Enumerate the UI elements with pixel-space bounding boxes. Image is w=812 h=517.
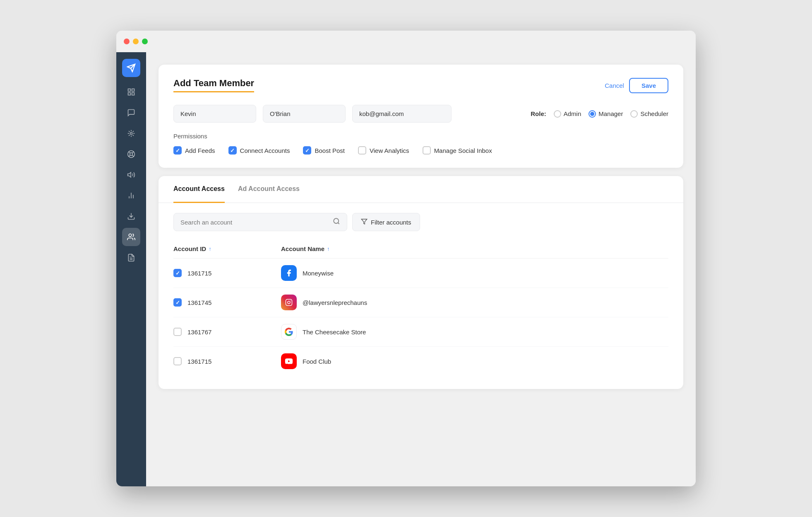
radio-group: Admin Manager Scheduler — [554, 110, 668, 118]
table-row: 1361715 Moneywise — [173, 258, 668, 288]
row-name-4: Food Club — [281, 353, 668, 369]
role-section: Role: Admin Manager — [531, 110, 668, 118]
table-row: 1361767 The Cheeseca — [173, 317, 668, 347]
card-title: Add Team Member — [173, 78, 254, 92]
minimize-button[interactable] — [133, 39, 139, 44]
filter-icon — [361, 218, 368, 226]
role-manager[interactable]: Manager — [589, 110, 623, 118]
admin-radio[interactable] — [554, 110, 561, 118]
svg-line-18 — [132, 152, 134, 153]
table-row: 1361715 Food Club — [173, 347, 668, 376]
perm-connect-accounts[interactable]: Connect Accounts — [228, 146, 290, 155]
sidebar-item-analytics[interactable] — [122, 186, 140, 205]
role-scheduler[interactable]: Scheduler — [630, 110, 668, 118]
account-checkbox-4[interactable] — [173, 357, 182, 365]
search-input[interactable] — [180, 219, 329, 226]
row-id-3: 1361767 — [173, 328, 281, 336]
table-header: Account ID ↑ Account Name ↑ — [173, 241, 668, 258]
perm-view-analytics[interactable]: View Analytics — [358, 146, 409, 155]
connect-accounts-checkbox[interactable] — [228, 146, 237, 155]
sidebar-item-inbox[interactable] — [122, 104, 140, 122]
svg-line-16 — [132, 155, 134, 157]
svg-line-15 — [129, 152, 130, 153]
svg-point-33 — [290, 300, 291, 301]
svg-line-9 — [129, 131, 130, 132]
row-id-2: 1361745 — [173, 298, 281, 307]
sidebar — [116, 52, 146, 486]
svg-line-11 — [129, 135, 130, 136]
account-checkbox-2[interactable] — [173, 298, 182, 307]
email-field[interactable] — [352, 105, 452, 123]
manager-radio[interactable] — [589, 110, 596, 118]
card-header: Add Team Member Cancel Save — [173, 78, 668, 93]
cancel-button[interactable]: Cancel — [605, 82, 624, 89]
tabs: Account Access Ad Account Access — [159, 176, 683, 203]
col-account-id: Account ID ↑ — [173, 245, 281, 252]
svg-rect-31 — [286, 300, 292, 306]
filter-accounts-button[interactable]: Filter accounts — [352, 213, 420, 231]
svg-marker-19 — [128, 172, 131, 177]
tab-ad-account-access[interactable]: Ad Account Access — [238, 176, 300, 203]
maximize-button[interactable] — [142, 39, 148, 44]
scheduler-radio[interactable] — [630, 110, 638, 118]
row-name-1: Moneywise — [281, 265, 668, 281]
sidebar-item-dashboard[interactable] — [122, 83, 140, 101]
manage-inbox-checkbox[interactable] — [423, 146, 431, 155]
row-name-2: @lawyersnleprechauns — [281, 295, 668, 310]
search-box — [173, 213, 347, 231]
svg-rect-3 — [132, 93, 135, 95]
save-button[interactable]: Save — [629, 78, 668, 93]
svg-point-32 — [288, 301, 290, 304]
search-icon — [333, 217, 340, 227]
filter-label: Filter accounts — [371, 219, 411, 226]
sidebar-item-reports[interactable] — [122, 249, 140, 267]
svg-rect-0 — [128, 89, 131, 92]
sidebar-item-campaigns[interactable] — [122, 166, 140, 184]
perm-add-feeds[interactable]: Add Feeds — [173, 146, 215, 155]
account-content: Filter accounts Account ID ↑ Account Nam… — [159, 203, 683, 389]
card-title-wrapper: Add Team Member — [173, 78, 254, 92]
titlebar — [116, 31, 696, 52]
sidebar-item-support[interactable] — [122, 145, 140, 163]
col-account-name: Account Name ↑ — [281, 245, 668, 252]
svg-point-24 — [129, 234, 132, 237]
svg-point-14 — [130, 153, 133, 156]
sidebar-item-send[interactable] — [122, 59, 140, 77]
role-label: Role: — [531, 110, 546, 117]
row-name-3: The Cheesecake Store — [281, 324, 668, 340]
first-name-field[interactable] — [173, 105, 256, 123]
sidebar-item-downloads[interactable] — [122, 207, 140, 225]
google-icon — [281, 324, 297, 340]
last-name-field[interactable] — [263, 105, 346, 123]
svg-line-10 — [133, 135, 134, 136]
facebook-icon — [281, 265, 297, 281]
table-row: 1361745 @lawyersnleprechauns — [173, 288, 668, 317]
main-window: Add Team Member Cancel Save Role: — [116, 31, 696, 486]
perm-manage-inbox[interactable]: Manage Social Inbox — [423, 146, 492, 155]
svg-rect-1 — [132, 89, 135, 92]
svg-line-12 — [133, 131, 134, 132]
view-analytics-checkbox[interactable] — [358, 146, 366, 155]
add-team-member-card: Add Team Member Cancel Save Role: — [159, 65, 683, 168]
boost-post-checkbox[interactable] — [303, 146, 311, 155]
tab-account-access[interactable]: Account Access — [173, 176, 225, 203]
svg-rect-2 — [128, 93, 131, 95]
account-checkbox-3[interactable] — [173, 328, 182, 336]
row-id-4: 1361715 — [173, 357, 281, 365]
sidebar-item-hub[interactable] — [122, 124, 140, 143]
close-button[interactable] — [124, 39, 130, 44]
row-id-1: 1361715 — [173, 269, 281, 277]
content-area: Add Team Member Cancel Save Role: — [146, 52, 696, 486]
search-filter-row: Filter accounts — [173, 213, 668, 231]
account-checkbox-1[interactable] — [173, 269, 182, 277]
main-layout: Add Team Member Cancel Save Role: — [116, 52, 696, 486]
add-feeds-checkbox[interactable] — [173, 146, 182, 155]
perm-boost-post[interactable]: Boost Post — [303, 146, 345, 155]
form-row: Role: Admin Manager — [173, 105, 668, 123]
traffic-lights — [124, 39, 148, 44]
role-admin[interactable]: Admin — [554, 110, 581, 118]
svg-point-4 — [130, 133, 132, 135]
sort-id-icon: ↑ — [209, 246, 211, 252]
instagram-icon — [281, 295, 297, 310]
sidebar-item-team[interactable] — [122, 228, 140, 246]
